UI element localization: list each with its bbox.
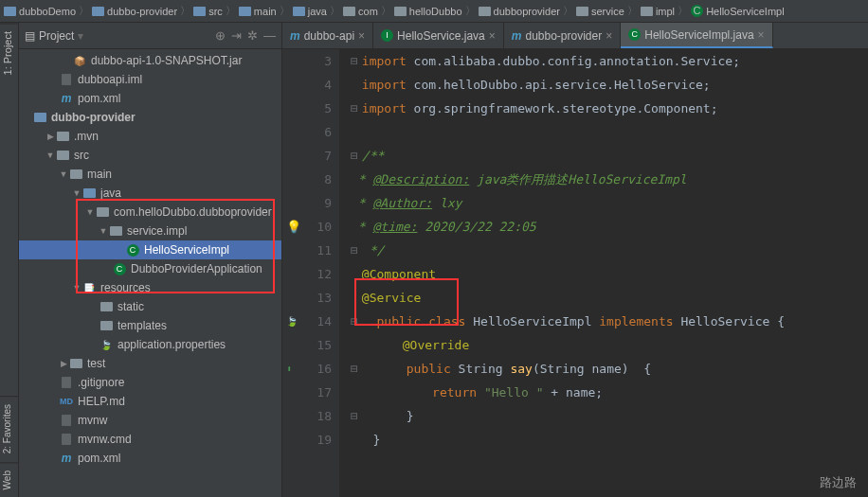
folder-icon [55,130,70,143]
tree-item[interactable]: dubbo-api-1.0-SNAPSHOT.jar [91,54,242,67]
tool-window-tabs: 1: Project 2: Favorites Web [0,23,19,497]
file-icon: 🍃 [99,338,114,351]
editor-tab[interactable]: mdubbo-provider× [504,23,621,48]
package-icon [108,224,123,238]
target-icon[interactable]: ⊕ [215,28,226,43]
tree-item[interactable]: mvnw [78,414,107,427]
tree-item[interactable]: java [100,186,121,200]
tree-item[interactable]: pom.xml [78,92,120,105]
close-icon[interactable]: × [489,29,496,43]
folder-icon [68,357,83,370]
panel-title: Project [39,29,74,43]
class-icon: C [112,262,127,275]
hide-icon[interactable]: — [263,28,276,43]
tree-item[interactable]: static [118,300,144,313]
collapse-icon[interactable]: ⇥ [231,28,242,43]
tree-item[interactable]: mvnw.cmd [78,433,132,446]
arrow-icon[interactable]: ▼ [59,169,68,179]
class-icon: C [628,28,641,41]
editor-tab[interactable]: mdubbo-api× [282,23,373,48]
side-tab-project[interactable]: 1: Project [0,23,18,82]
folder-icon [81,186,97,200]
folder-icon [68,168,83,181]
md-icon: MD [59,395,74,408]
close-icon[interactable]: × [606,29,612,43]
close-icon[interactable]: × [758,28,765,42]
tree-item[interactable]: application.properties [118,338,226,351]
editor-tab[interactable]: IHelloService.java× [373,23,504,48]
maven-icon: m [290,29,300,43]
class-icon: C [125,243,140,257]
tree-item[interactable]: service.impl [127,224,187,238]
tree-item[interactable]: HELP.md [78,395,125,408]
arrow-icon[interactable]: ▶ [59,359,68,368]
side-tab-favorites[interactable]: 2: Favorites [0,396,18,461]
watermark: 路边路 [820,474,857,491]
breadcrumb[interactable]: dubboDemo〉 dubbo-provider〉 src〉 main〉 ja… [0,0,868,23]
package-icon [95,205,110,219]
arrow-icon[interactable]: ▶ [45,132,55,141]
maven-icon: m [512,29,522,43]
tree-item[interactable]: templates [118,319,167,332]
file-icon [59,433,74,446]
arrow-icon[interactable]: ▼ [99,226,108,236]
resources-icon: 📑 [81,281,97,294]
bulb-icon[interactable]: 💡 [286,215,301,239]
maven-icon: m [59,452,74,465]
tree-item[interactable]: test [87,357,105,370]
file-icon [59,376,74,389]
tree-item[interactable]: main [87,168,112,181]
project-panel: ▤Project ▾ ⊕ ⇥ ✲ — 📦dubbo-api-1.0-SNAPSH… [19,23,282,497]
gear-icon[interactable]: ✲ [247,28,258,43]
code-editor[interactable]: 3 4 5 6 7 8 9 💡10 11 12 13 🍃14 15 ⬍16 17… [282,49,868,497]
tree-item[interactable]: HelloServiceImpl [144,243,229,257]
folder-icon [99,300,114,313]
close-icon[interactable]: × [358,29,365,43]
tree-item[interactable]: dubbo-provider [51,111,136,124]
editor-tab-active[interactable]: CHelloServiceImpl.java× [621,23,772,48]
arrow-icon[interactable]: ▼ [72,188,81,198]
tree-item[interactable]: DubboProviderApplication [131,262,262,275]
jar-icon: 📦 [72,54,87,67]
arrow-icon[interactable]: ▼ [45,151,55,160]
tree-item[interactable]: pom.xml [78,452,120,465]
maven-icon: m [59,92,74,105]
arrow-icon[interactable]: ▼ [85,207,95,217]
override-icon[interactable]: ⬍ [286,357,292,381]
code-content[interactable]: ⊟import com.alibaba.dubbo.config.annotat… [339,49,868,497]
project-icon: ▤ [25,29,35,43]
tree-item[interactable]: src [74,149,89,162]
arrow-icon[interactable]: ▼ [72,283,81,293]
tree-item[interactable]: com.helloDubbo.dubboprovider [114,205,272,219]
spring-icon[interactable]: 🍃 [286,310,298,333]
side-tab-web[interactable]: Web [0,462,18,497]
tree-item[interactable]: .mvn [74,130,99,143]
file-icon [59,73,74,86]
tree-item[interactable]: .gitignore [78,376,124,389]
folder-icon [55,149,70,162]
module-icon [32,111,47,124]
editor-area: mdubbo-api× IHelloService.java× mdubbo-p… [282,23,868,497]
folder-icon [99,319,114,332]
interface-icon: I [381,29,393,42]
tree-item[interactable]: resources [100,281,151,294]
file-icon [59,414,74,427]
project-tree[interactable]: 📦dubbo-api-1.0-SNAPSHOT.jar dubboapi.iml… [19,49,281,497]
gutter: 3 4 5 6 7 8 9 💡10 11 12 13 🍃14 15 ⬍16 17… [282,49,339,497]
tree-item[interactable]: dubboapi.iml [78,73,142,86]
editor-tabs: mdubbo-api× IHelloService.java× mdubbo-p… [282,23,868,49]
